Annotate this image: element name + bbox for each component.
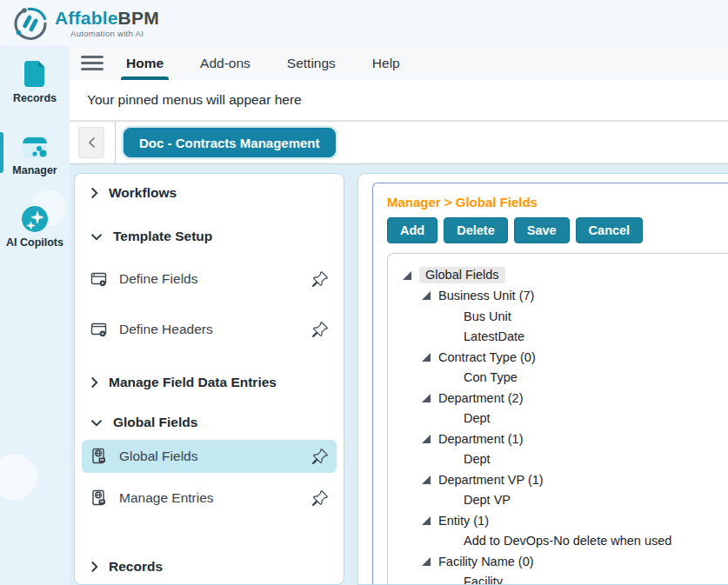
tree-node[interactable]: Contract Type (0) bbox=[401, 347, 728, 368]
tree-node-label: Bus Unit bbox=[464, 309, 511, 323]
tree-node-label: Department (1) bbox=[438, 432, 524, 446]
pin-icon[interactable] bbox=[311, 490, 328, 507]
tree-expanded-icon[interactable] bbox=[403, 271, 411, 280]
sidebar-group-template-setup[interactable]: Template Setup bbox=[82, 224, 337, 249]
save-button[interactable]: Save bbox=[514, 217, 570, 243]
app-logo: AffableBPM Automation with AI bbox=[11, 4, 159, 43]
hamburger-menu-icon[interactable] bbox=[81, 56, 104, 70]
sidebar-item-label: Define Headers bbox=[119, 322, 213, 337]
sidebar-group-workflows[interactable]: Workflows bbox=[82, 181, 337, 205]
sidebar-group-label: Global Fields bbox=[113, 415, 197, 430]
sidebar-item-label: Manage Entries bbox=[119, 490, 214, 506]
chevron-right-icon bbox=[90, 376, 98, 389]
pinned-menus-bar: Your pinned menus will appear here bbox=[70, 80, 728, 121]
rail-item-label: Records bbox=[13, 92, 57, 104]
tree-node[interactable]: Add to DevOps-No delete when used bbox=[401, 531, 728, 552]
logo-icon bbox=[11, 4, 50, 43]
sidebar-item-manage-entries[interactable]: Manage Entries bbox=[82, 482, 337, 515]
tree-node-root[interactable]: Global Fields bbox=[401, 265, 728, 286]
workspace-tab-doc-contracts-management[interactable]: Doc - Contracts Management bbox=[124, 128, 336, 157]
tree-node[interactable]: Entity (1) bbox=[401, 510, 728, 531]
app-rail: Records Manager bbox=[0, 46, 70, 585]
brand-header: AffableBPM Automation with AI bbox=[0, 0, 728, 46]
tree-expanded-icon[interactable] bbox=[422, 353, 431, 362]
tree-node[interactable]: LatestDate bbox=[401, 327, 728, 348]
rail-item-manager[interactable]: Manager bbox=[0, 125, 70, 185]
add-button[interactable]: Add bbox=[387, 217, 437, 243]
tree-node[interactable]: Facility bbox=[401, 572, 728, 585]
tree-node[interactable]: Department VP (1) bbox=[401, 469, 728, 490]
rail-item-label: Manager bbox=[12, 164, 57, 176]
tree-node-label: LatestDate bbox=[464, 329, 524, 343]
chevron-down-icon bbox=[90, 233, 103, 241]
tree-node-label: Entity (1) bbox=[438, 514, 489, 528]
tree-node-label: Facility Name (0) bbox=[438, 555, 534, 568]
chevron-right-icon bbox=[90, 187, 98, 199]
work-panel: Manager > Global Fields Add Delete Save … bbox=[357, 173, 728, 585]
top-nav: Home Add-ons Settings Help bbox=[70, 46, 728, 80]
delete-button[interactable]: Delete bbox=[444, 217, 508, 243]
tree-node[interactable]: Dept bbox=[401, 449, 728, 470]
sidebar-item-global-fields[interactable]: Global Fields bbox=[82, 440, 337, 473]
tree-node[interactable]: Department (2) bbox=[401, 388, 728, 409]
tree-expanded-icon[interactable] bbox=[422, 435, 431, 443]
chevron-right-icon bbox=[90, 561, 98, 573]
tree-expanded-icon[interactable] bbox=[422, 516, 431, 525]
workspace-tab-strip: Doc - Contracts Management bbox=[70, 121, 728, 164]
manage-entries-icon bbox=[90, 489, 108, 507]
sidebar-group-label: Template Setup bbox=[113, 229, 212, 244]
tree-node[interactable]: Con Type bbox=[401, 368, 728, 389]
nav-tab-settings[interactable]: Settings bbox=[287, 46, 336, 80]
tree-node-label: Dept bbox=[464, 411, 491, 425]
pin-icon[interactable] bbox=[311, 271, 328, 288]
rail-item-records[interactable]: Records bbox=[0, 51, 70, 113]
pinned-menus-message: Your pinned menus will appear here bbox=[87, 92, 302, 108]
rail-item-label: AI Copilots bbox=[6, 236, 63, 249]
tree-node[interactable]: Facility Name (0) bbox=[401, 551, 728, 572]
breadcrumb: Manager > Global Fields bbox=[387, 195, 728, 209]
tree-node-label: Global Fields bbox=[419, 267, 505, 283]
tree-node-label: Facility bbox=[464, 575, 503, 585]
sidebar-tree-panel: Workflows Template Setup bbox=[74, 173, 344, 585]
tree-expanded-icon[interactable] bbox=[422, 291, 431, 300]
tree-node-label: Dept bbox=[464, 452, 491, 466]
affablebpm-app: AffableBPM Automation with AI Records bbox=[0, 0, 728, 585]
define-headers-icon bbox=[90, 321, 108, 338]
records-document-icon bbox=[20, 58, 50, 90]
nav-tab-addons[interactable]: Add-ons bbox=[200, 46, 250, 80]
sidebar-group-global-fields[interactable]: Global Fields bbox=[82, 410, 337, 435]
global-fields-module: Manager > Global Fields Add Delete Save … bbox=[372, 183, 728, 584]
toolbar: Add Delete Save Cancel bbox=[387, 217, 728, 243]
nav-tab-help[interactable]: Help bbox=[372, 46, 400, 80]
tree-node[interactable]: Bus Unit bbox=[401, 306, 728, 327]
sidebar-group-records[interactable]: Records bbox=[82, 555, 337, 579]
tree-node-label: Department VP (1) bbox=[438, 473, 544, 487]
brand-name: AffableBPM bbox=[55, 9, 159, 28]
sidebar-group-label: Workflows bbox=[109, 185, 177, 201]
pin-icon[interactable] bbox=[311, 449, 328, 465]
sidebar-item-define-headers[interactable]: Define Headers bbox=[82, 313, 337, 346]
sidebar-item-label: Global Fields bbox=[119, 449, 197, 464]
tree-node[interactable]: Department (1) bbox=[401, 429, 728, 449]
tree-expanded-icon[interactable] bbox=[422, 557, 431, 566]
define-fields-icon bbox=[90, 270, 108, 288]
sidebar-item-define-fields[interactable]: Define Fields bbox=[82, 263, 337, 296]
tree-node[interactable]: Business Unit (7) bbox=[401, 286, 728, 307]
chevron-down-icon bbox=[90, 419, 103, 427]
pin-icon[interactable] bbox=[311, 322, 328, 338]
rail-item-ai-copilots[interactable]: AI Copilots bbox=[0, 197, 70, 257]
sidebar-group-manage-field-data-entries[interactable]: Manage Field Data Entries bbox=[82, 370, 337, 395]
tree-node-label: Dept VP bbox=[464, 493, 511, 507]
tree-node[interactable]: Dept VP bbox=[401, 490, 728, 511]
scroll-tabs-left-button[interactable] bbox=[78, 127, 104, 158]
nav-tab-home[interactable]: Home bbox=[126, 46, 164, 80]
tree-node[interactable]: Dept bbox=[401, 409, 728, 429]
tree-expanded-icon[interactable] bbox=[422, 394, 431, 402]
sidebar-item-label: Define Fields bbox=[119, 271, 197, 287]
tree-node-label: Contract Type (0) bbox=[438, 350, 536, 364]
cancel-button[interactable]: Cancel bbox=[576, 217, 644, 243]
tree-expanded-icon[interactable] bbox=[422, 475, 431, 484]
tree-node-label: Business Unit (7) bbox=[438, 289, 534, 302]
tree-node-label: Add to DevOps-No delete when used bbox=[464, 534, 671, 548]
global-fields-tree: Global Fields Business Unit (7) Bus Unit… bbox=[387, 253, 728, 585]
